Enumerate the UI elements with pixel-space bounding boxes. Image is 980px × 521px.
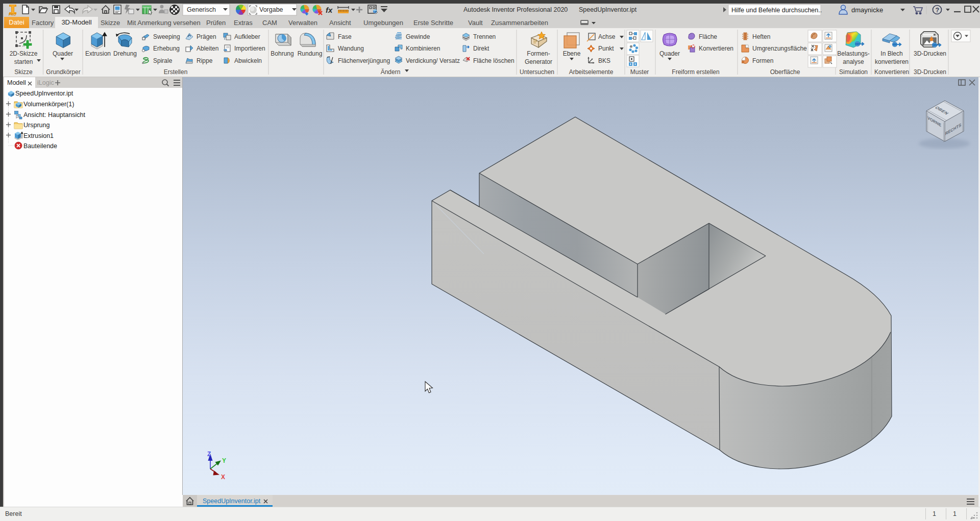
svg-text:X: X — [221, 473, 225, 481]
svg-text:Y: Y — [222, 457, 226, 464]
svg-text:Z: Z — [207, 451, 211, 458]
